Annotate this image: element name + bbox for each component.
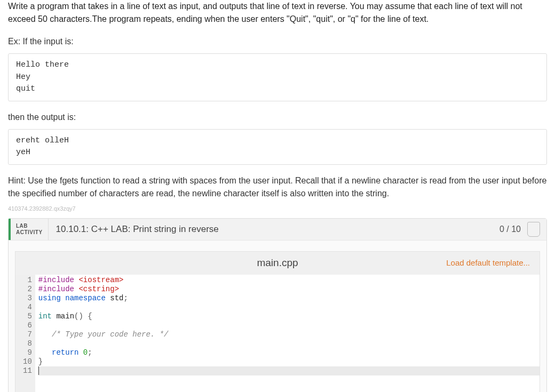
- code-line[interactable]: }: [38, 357, 540, 366]
- code-line[interactable]: [38, 339, 540, 348]
- lab-score: 0 / 10: [493, 223, 527, 236]
- code-line[interactable]: #include <iostream>: [38, 276, 540, 285]
- code-line[interactable]: return 0;: [38, 348, 540, 357]
- example-output-label: then the output is:: [8, 111, 547, 124]
- lab-activity-tab[interactable]: LAB ACTIVITY: [9, 219, 49, 240]
- code-line[interactable]: /* Type your code here. */: [38, 330, 540, 339]
- editor-filename: main.cpp: [257, 255, 298, 271]
- lab-header: LAB ACTIVITY 10.10.1: C++ LAB: Print str…: [9, 219, 546, 241]
- lab-title: 10.10.1: C++ LAB: Print string in revers…: [49, 222, 493, 236]
- problem-description: Write a program that takes in a line of …: [8, 0, 547, 26]
- code-line[interactable]: [38, 321, 540, 330]
- shield-icon[interactable]: [527, 222, 540, 237]
- editor-tab-bar: main.cpp Load default template...: [15, 251, 540, 275]
- code-line[interactable]: using namespace std;: [38, 294, 540, 303]
- page-small-id: 410374.2392882.qx3zqy7: [8, 204, 547, 213]
- editor-gutter: 1 2 3 4 5 6 7 8 9 10 11: [15, 275, 35, 392]
- editor-code-area[interactable]: #include <iostream>#include <cstring>usi…: [35, 275, 540, 392]
- code-line[interactable]: [38, 303, 540, 312]
- code-line[interactable]: int main() {: [38, 312, 540, 321]
- code-line[interactable]: [38, 366, 540, 375]
- editor-cursor: [38, 366, 39, 375]
- code-line[interactable]: #include <cstring>: [38, 285, 540, 294]
- code-editor[interactable]: 1 2 3 4 5 6 7 8 9 10 11 #include <iostre…: [15, 275, 540, 392]
- lab-tab-line2: ACTIVITY: [16, 229, 43, 236]
- load-default-template-link[interactable]: Load default template...: [446, 257, 540, 269]
- lab-tab-line1: LAB: [16, 223, 43, 229]
- example-input-block: Hello there Hey quit: [8, 53, 547, 101]
- hint-text: Hint: Use the fgets function to read a s…: [8, 174, 547, 200]
- editor-container: main.cpp Load default template... 1 2 3 …: [9, 241, 546, 392]
- example-output-block: ereht olleH yeH: [8, 129, 547, 165]
- lab-container: LAB ACTIVITY 10.10.1: C++ LAB: Print str…: [8, 218, 547, 392]
- example-input-label: Ex: If the input is:: [8, 35, 547, 48]
